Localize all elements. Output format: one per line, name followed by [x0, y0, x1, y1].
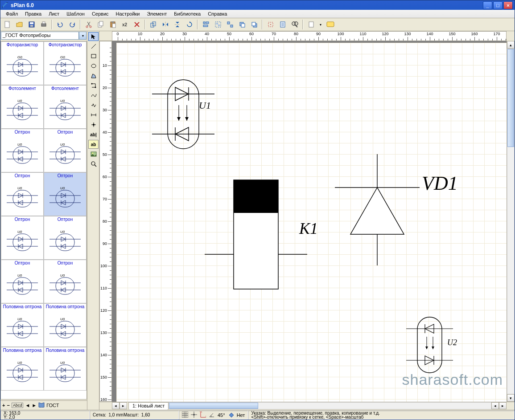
circle-tool-icon[interactable] — [88, 61, 99, 70]
cut-icon[interactable] — [83, 20, 94, 30]
library-item[interactable]: Оптрон U0 — [44, 129, 87, 172]
component-u1[interactable] — [152, 76, 228, 154]
menu-template[interactable]: Шаблон — [63, 10, 88, 17]
scroll-left-icon[interactable]: ◂ — [491, 402, 499, 409]
rect-tool-icon[interactable] — [88, 52, 99, 61]
duplicate-icon[interactable] — [148, 20, 158, 30]
library-item[interactable]: Оптрон U0 — [1, 172, 44, 216]
paste-icon[interactable] — [107, 20, 118, 30]
page-icon[interactable] — [306, 20, 316, 30]
group-icon[interactable] — [213, 20, 223, 30]
copy-icon[interactable] — [95, 20, 106, 30]
library-item[interactable]: Фоторанзистор G0 — [1, 41, 44, 85]
dropdown-arrow-icon[interactable]: ▾ — [318, 20, 323, 30]
screen-icon[interactable] — [325, 20, 335, 30]
library-item[interactable]: Оптрон U0 — [44, 172, 87, 216]
horizontal-ruler[interactable]: 0102030405060708090100110120130140150160… — [112, 31, 507, 41]
new-icon[interactable] — [2, 20, 12, 30]
node-tool-icon[interactable] — [88, 120, 99, 129]
delete-icon[interactable] — [132, 20, 142, 30]
poly-tool-icon[interactable] — [88, 71, 99, 80]
scroll-thumb-h[interactable] — [169, 403, 258, 409]
scroll-thumb-v[interactable] — [507, 49, 514, 147]
copies-icon[interactable]: x2 — [119, 20, 130, 30]
menu-settings[interactable]: Настройки — [112, 10, 144, 17]
nav-right-icon[interactable]: ► — [32, 403, 37, 408]
label-k1[interactable]: K1 — [299, 219, 318, 238]
library-item[interactable]: Фотоэлемент U0 — [44, 85, 87, 129]
snap-toggle-icon[interactable] — [191, 412, 197, 419]
remove-icon[interactable]: − — [7, 403, 9, 408]
label-u1[interactable]: U1 — [199, 100, 211, 111]
scroll-up-icon[interactable]: ▴ — [507, 41, 515, 49]
library-item[interactable]: Фототранзистор G0 — [44, 41, 87, 85]
scroll-right-icon[interactable]: ▸ — [499, 402, 507, 409]
mirror-h-icon[interactable] — [160, 20, 170, 30]
vertical-ruler[interactable]: 102030405060708090100110120130140150160 — [99, 41, 112, 402]
library-item[interactable]: Оптрон U0 — [1, 216, 44, 260]
special-tool-icon[interactable] — [88, 81, 99, 90]
component-vd1[interactable] — [335, 154, 420, 270]
nav-left-icon[interactable]: ◄ — [25, 403, 30, 408]
menu-help[interactable]: Справка — [204, 10, 231, 17]
print-icon[interactable] — [38, 20, 49, 30]
fill-icon[interactable] — [228, 412, 234, 419]
menu-sheet[interactable]: Лист — [45, 10, 63, 17]
menu-library[interactable]: Библиотека — [170, 10, 204, 17]
library-item[interactable]: Оптрон U0 — [44, 260, 87, 303]
library-item[interactable]: Половина оптрона U0 — [1, 303, 44, 347]
grid-toggle-icon[interactable] — [182, 412, 188, 419]
rotate-icon[interactable] — [184, 20, 194, 30]
pointer-tool-icon[interactable] — [88, 32, 99, 41]
tab-prev-icon[interactable]: ◂ — [112, 402, 119, 409]
origin-icon[interactable] — [200, 412, 206, 419]
textbox-tool-icon[interactable]: ab — [88, 140, 99, 149]
menu-service[interactable]: Сервис — [88, 10, 112, 17]
mirror-v-icon[interactable] — [172, 20, 182, 30]
redo-icon[interactable] — [67, 20, 77, 30]
vertical-scrollbar[interactable]: ▴ ▾ — [507, 41, 515, 402]
open-icon[interactable] — [14, 20, 25, 30]
library-item[interactable]: Оптрон U0 — [1, 260, 44, 303]
bezier-tool-icon[interactable] — [88, 91, 99, 100]
horizontal-scrollbar[interactable]: ◂ ▸ 1: Новый лист ◂ ▸ — [99, 402, 515, 410]
find-icon[interactable] — [289, 20, 300, 30]
snap-icon[interactable] — [265, 20, 276, 30]
list-icon[interactable] — [277, 20, 288, 30]
minimize-button[interactable]: _ — [483, 1, 492, 9]
page[interactable]: U1 K1 VD1 — [116, 43, 507, 402]
library-item[interactable]: Половина оптрона U0 — [44, 347, 87, 391]
library-item[interactable]: Половина оптрона U0 — [1, 347, 44, 391]
library-item[interactable]: Оптрон U0 — [44, 216, 87, 260]
label-u2[interactable]: U2 — [447, 338, 457, 347]
add-icon[interactable]: + — [2, 403, 5, 408]
undo-icon[interactable] — [55, 20, 65, 30]
scroll-down-icon[interactable]: ▾ — [507, 394, 515, 402]
to-back-icon[interactable] — [249, 20, 259, 30]
to-front-icon[interactable] — [237, 20, 247, 30]
component-k1[interactable] — [205, 176, 312, 292]
dimension-tool-icon[interactable] — [88, 110, 99, 119]
line-tool-icon[interactable] — [88, 42, 99, 51]
zoom-tool-icon[interactable] — [88, 159, 99, 168]
label-vd1[interactable]: VD1 — [422, 172, 458, 195]
tab-next-icon[interactable]: ▸ — [119, 402, 127, 409]
freehand-tool-icon[interactable] — [88, 101, 99, 110]
angle-icon[interactable] — [209, 412, 215, 419]
label-mode-icon[interactable]: Abcd — [12, 403, 24, 408]
save-icon[interactable] — [26, 20, 37, 30]
ungroup-icon[interactable] — [225, 20, 235, 30]
align-icon[interactable] — [201, 20, 211, 30]
library-select[interactable]: _ГОСТ Фотоприборы — [1, 32, 79, 40]
menu-edit[interactable]: Правка — [21, 10, 45, 17]
canvas[interactable]: U1 K1 VD1 — [112, 41, 507, 402]
library-item[interactable]: Фотоэлемент U0 — [1, 85, 44, 129]
menu-element[interactable]: Элемент — [143, 10, 170, 17]
image-tool-icon[interactable] — [88, 150, 99, 159]
text-tool-icon[interactable]: ab| — [88, 130, 99, 139]
close-button[interactable]: × — [503, 1, 513, 9]
library-item[interactable]: Оптрон U0 — [1, 129, 44, 172]
menu-file[interactable]: Файл — [2, 10, 21, 17]
sheet-tab[interactable]: 1: Новый лист — [128, 402, 169, 410]
library-dropdown-icon[interactable]: ▾ — [79, 32, 87, 40]
